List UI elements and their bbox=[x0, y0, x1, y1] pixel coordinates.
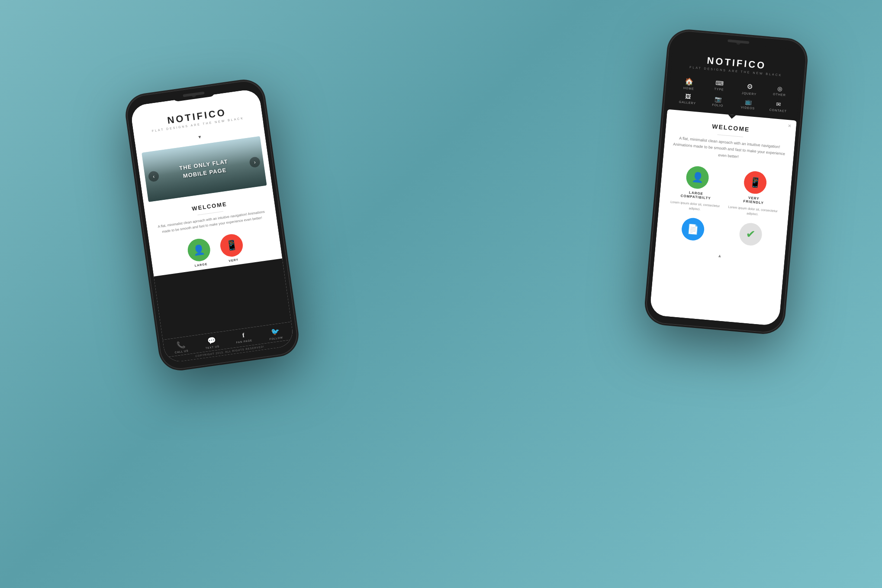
right-nav-contact[interactable]: ✉ CONTACT bbox=[767, 100, 790, 113]
contact-icon: ✉ bbox=[776, 101, 781, 108]
right-feature-2: 📱 VERYFRIENDLY Lorem ipsum dolor sit, co… bbox=[725, 169, 784, 218]
follow-label: FOLLOW bbox=[269, 336, 283, 341]
right-feature-3: 📄 bbox=[665, 216, 721, 246]
right-nav-jquery[interactable]: ⚙ JQUERY bbox=[738, 82, 761, 96]
left-nav-follow[interactable]: 🐦 FOLLOW bbox=[268, 327, 283, 341]
left-feature-1: 👤 LARGE bbox=[186, 237, 212, 268]
type-label: TYPE bbox=[714, 87, 724, 91]
right-feature-circle-4: ✔ bbox=[738, 222, 763, 247]
close-button[interactable]: ✕ bbox=[787, 123, 791, 129]
feature-label-2: VERY bbox=[229, 258, 239, 262]
screen-left-content: NOTIFICO FLAT DESIGNS ARE THE NEW BLACK … bbox=[130, 88, 295, 363]
right-nav-other[interactable]: ◎ OTHER bbox=[768, 84, 791, 99]
right-nav-folio[interactable]: 📷 FOLIO bbox=[707, 95, 729, 108]
right-feature-4: ✔ bbox=[722, 221, 779, 251]
text-icon: 💬 bbox=[206, 336, 216, 345]
panel-arrow bbox=[727, 114, 737, 119]
right-feature-circle-3: 📄 bbox=[681, 217, 705, 241]
right-feature-circle-2: 📱 bbox=[743, 170, 767, 195]
fan-label: FAN PAGE bbox=[236, 339, 252, 344]
left-divider bbox=[197, 211, 223, 215]
right-feature-label-1: LARGECOMPATIBILTY bbox=[680, 190, 711, 200]
screen-right-content: NOTIFICO FLAT DESIGNS ARE THE NEW BLACK … bbox=[650, 39, 803, 326]
phone-left: NOTIFICO FLAT DESIGNS ARE THE NEW BLACK … bbox=[124, 78, 300, 372]
right-feature-label-2: VERYFRIENDLY bbox=[743, 196, 764, 205]
feature-label-1: LARGE bbox=[194, 262, 207, 267]
right-feature-circle-1: 👤 bbox=[685, 165, 709, 190]
call-label: CALL US bbox=[175, 349, 189, 353]
right-divider bbox=[717, 135, 743, 137]
left-feature-2: 📱 VERY bbox=[219, 232, 245, 263]
jquery-icon: ⚙ bbox=[747, 82, 753, 91]
right-welcome-text: A flat, minimalist clean aproach with an… bbox=[672, 135, 786, 164]
home-label: HOME bbox=[683, 87, 695, 90]
scene: NOTIFICO FLAT DESIGNS ARE THE NEW BLACK … bbox=[0, 0, 882, 588]
phone-left-screen: NOTIFICO FLAT DESIGNS ARE THE NEW BLACK … bbox=[130, 88, 295, 363]
left-nav-text[interactable]: 💬 TEXT US bbox=[204, 336, 219, 350]
right-nav-videos[interactable]: 📺 VIDEOS bbox=[737, 98, 760, 110]
left-nav-fan[interactable]: f FAN PAGE bbox=[235, 331, 253, 345]
text-label: TEXT US bbox=[206, 345, 220, 349]
right-feature-desc-2: Lorem ipsum dolor sit, consectetur adipi… bbox=[725, 204, 780, 218]
contact-label: CONTACT bbox=[769, 108, 787, 112]
right-feature-desc-1: Lorem ipsum dolor sit, consectetur adipi… bbox=[667, 199, 722, 213]
videos-label: VIDEOS bbox=[741, 106, 755, 110]
home-icon: 🏠 bbox=[685, 77, 694, 86]
right-feature-1: 👤 LARGECOMPATIBILTY Lorem ipsum dolor si… bbox=[667, 164, 726, 214]
fan-icon: f bbox=[242, 332, 245, 339]
feature-circle-green: 👤 bbox=[186, 237, 212, 263]
videos-icon: 📺 bbox=[745, 98, 752, 105]
call-icon: 📞 bbox=[176, 340, 185, 350]
other-icon: ◎ bbox=[777, 85, 782, 92]
right-nav-type[interactable]: ⌨ TYPE bbox=[708, 79, 731, 93]
folio-icon: 📷 bbox=[715, 96, 722, 103]
phone-right-screen: NOTIFICO FLAT DESIGNS ARE THE NEW BLACK … bbox=[650, 39, 803, 326]
folio-label: FOLIO bbox=[712, 103, 724, 107]
right-features-grid: 👤 LARGECOMPATIBILTY Lorem ipsum dolor si… bbox=[656, 158, 793, 257]
feature-circle-red: 📱 bbox=[219, 232, 245, 258]
gallery-icon: 🖼 bbox=[685, 93, 691, 100]
other-label: OTHER bbox=[773, 93, 786, 97]
jquery-label: JQUERY bbox=[742, 91, 757, 96]
phone-right: NOTIFICO FLAT DESIGNS ARE THE NEW BLACK … bbox=[644, 29, 808, 334]
right-nav-gallery[interactable]: 🖼 GALLERY bbox=[676, 92, 699, 105]
gallery-label: GALLERY bbox=[679, 100, 696, 105]
right-white-panel: ✕ WELCOME A flat, minimalist clean aproa… bbox=[650, 109, 797, 326]
follow-icon: 🐦 bbox=[270, 327, 280, 337]
right-nav-home[interactable]: 🏠 HOME bbox=[678, 77, 700, 91]
left-nav-call[interactable]: 📞 CALL US bbox=[174, 340, 189, 354]
right-welcome-title: WELCOME bbox=[675, 119, 787, 136]
type-icon: ⌨ bbox=[715, 80, 724, 87]
